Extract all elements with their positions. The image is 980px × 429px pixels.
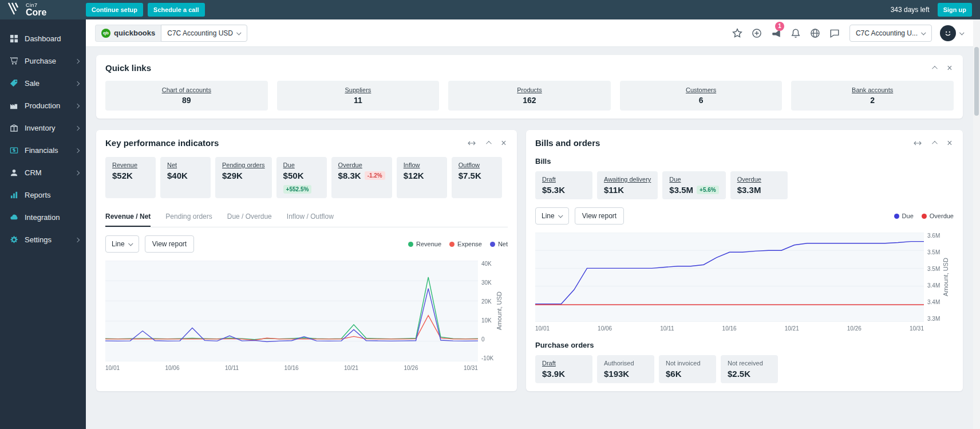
kpi-chart-plot[interactable] [105, 261, 478, 361]
kpi-view-report-button[interactable]: View report [145, 235, 194, 253]
chevron-down-icon[interactable] [959, 30, 964, 35]
company-select-value: C7C Accounting USD [167, 29, 233, 37]
kpi-tile-revenue[interactable]: Revenue $52K [105, 157, 156, 198]
collapse-icon[interactable] [930, 64, 938, 72]
sidebar-item-sale[interactable]: Sale [0, 72, 86, 95]
sidebar-item-settings[interactable]: Settings [0, 229, 86, 251]
change-badge: -1.2% [365, 171, 385, 180]
notification-badge: 1 [775, 22, 784, 31]
kpi-tile-overdue[interactable]: Overdue $8.3K -1.2% [331, 157, 392, 198]
due-legend-dot [894, 214, 899, 219]
chevron-down-icon [128, 241, 133, 246]
bills-orders-title: Bills and orders [535, 138, 914, 148]
tab-inflow-outflow[interactable]: Inflow / Outflow [287, 207, 334, 227]
dashboard-main: Quick links × Chart of accounts 89 Suppl… [86, 47, 973, 429]
company-select[interactable]: C7C Accounting USD [161, 25, 247, 42]
kpi-tile-net[interactable]: Net $40K [160, 157, 211, 198]
bills-chart-ylabel: Amount, USD [942, 258, 949, 296]
resize-icon[interactable] [914, 139, 922, 147]
cin7-core-logo[interactable]: Cin7 Core [0, 0, 86, 19]
box-icon [9, 123, 19, 133]
kpi-tile-pending-orders[interactable]: Pending orders $29K [215, 157, 272, 198]
star-icon[interactable] [732, 27, 743, 39]
kpi-card: Key performance indicators × Revenue $52… [96, 130, 517, 391]
kpi-chart-type-select[interactable]: Line [105, 235, 139, 253]
bills-chart-type-select[interactable]: Line [535, 207, 569, 225]
chevron-down-icon [236, 30, 241, 35]
bills-tile-draft[interactable]: Draft $5.3K [535, 171, 592, 199]
kpi-chart-xaxis: 10/0110/0610/1110/1610/2110/2610/31 [105, 365, 508, 371]
quick-link-customers[interactable]: Customers 6 [620, 81, 783, 111]
tab-revenue-net[interactable]: Revenue / Net [105, 207, 151, 227]
po-tile-authorised[interactable]: Authorised $193K [597, 355, 654, 383]
quick-link-chart-of-accounts[interactable]: Chart of accounts 89 [105, 81, 268, 111]
sign-up-button[interactable]: Sign up [938, 3, 972, 17]
bills-chart-yaxis: 3.6M3.5M3.5M3.4M3.4M3.3M [924, 233, 942, 322]
collapse-icon[interactable] [484, 139, 492, 147]
po-tile-draft[interactable]: Draft $3.9K [535, 355, 592, 383]
scrollbar-thumb[interactable] [974, 47, 979, 116]
close-icon[interactable]: × [500, 139, 508, 147]
sidebar-item-dashboard[interactable]: Dashboard [0, 27, 86, 50]
expense-legend-dot [449, 242, 455, 247]
globe-icon[interactable] [809, 27, 821, 39]
add-icon[interactable] [751, 27, 762, 39]
kpi-legend: Revenue Expense Net [408, 241, 508, 247]
schedule-call-button[interactable]: Schedule a call [148, 3, 204, 17]
sidebar-item-label: Production [25, 101, 70, 110]
sidebar-item-crm[interactable]: CRM [0, 162, 86, 184]
gear-icon [9, 235, 19, 245]
kpi-chart: 40K30K20K10K0-10K Amount, USD 10/0110/06… [105, 261, 508, 371]
sidebar-item-inventory[interactable]: Inventory [0, 117, 86, 139]
dashboard-icon [9, 34, 19, 44]
alerts-icon[interactable]: 1 [770, 27, 782, 39]
sidebar-item-production[interactable]: Production [0, 95, 86, 117]
user-avatar[interactable] [940, 25, 956, 41]
bills-heading: Bills [535, 157, 954, 166]
change-badge: +5.6% [697, 186, 719, 194]
sidebar-item-label: Sale [25, 79, 70, 88]
sidebar-item-label: CRM [25, 168, 70, 177]
sidebar-item-label: Reports [25, 191, 79, 199]
kpi-tile-due[interactable]: Due $50K +552.5% [276, 157, 327, 198]
quick-link-bank-accounts[interactable]: Bank accounts 2 [791, 81, 954, 111]
chevron-right-icon [75, 58, 80, 63]
sidebar-item-financials[interactable]: Financials [0, 139, 86, 162]
kpi-tile-inflow[interactable]: Inflow $12K [397, 157, 447, 198]
sidebar-item-purchase[interactable]: Purchase [0, 50, 86, 72]
tag-icon [9, 78, 19, 88]
trial-days-left: 343 days left [891, 6, 930, 14]
account-select[interactable]: C7C Accounting U... [849, 25, 932, 42]
bar-chart-icon [9, 190, 19, 200]
bills-view-report-button[interactable]: View report [575, 207, 624, 225]
po-tile-not-received[interactable]: Not received $2.5K [721, 355, 778, 383]
collapse-icon[interactable] [930, 139, 938, 147]
bills-tile-due[interactable]: Due $3.5M +5.6% [662, 171, 725, 199]
factory-icon [9, 101, 19, 111]
continue-setup-button[interactable]: Continue setup [86, 3, 143, 17]
page-header: qb quickbooks C7C Accounting USD 1 C7C A… [86, 19, 973, 47]
resize-icon[interactable] [468, 139, 476, 147]
close-icon[interactable]: × [946, 139, 954, 147]
page-scrollbar[interactable] [973, 19, 980, 429]
sidebar-item-integration[interactable]: Integration [0, 206, 86, 229]
tab-pending-orders[interactable]: Pending orders [165, 207, 212, 227]
bell-icon[interactable] [790, 27, 801, 39]
bills-tile-overdue[interactable]: Overdue $3.3M [730, 171, 788, 199]
quick-link-products[interactable]: Products 162 [448, 81, 611, 111]
bills-chart-plot[interactable] [535, 233, 924, 322]
feedback-icon[interactable] [829, 27, 840, 39]
bills-tile-awaiting-delivery[interactable]: Awaiting delivery $11K [597, 171, 658, 199]
chevron-down-icon [558, 213, 563, 218]
kpi-tile-outflow[interactable]: Outflow $7.5K [452, 157, 502, 198]
chevron-right-icon [75, 81, 80, 85]
close-icon[interactable]: × [946, 64, 954, 72]
sidebar-item-label: Settings [25, 235, 70, 244]
change-badge: +552.5% [283, 185, 312, 194]
po-tile-not-invoiced[interactable]: Not invoiced $6K [659, 355, 716, 383]
sidebar-item-reports[interactable]: Reports [0, 184, 86, 206]
quick-link-suppliers[interactable]: Suppliers 11 [277, 81, 440, 111]
purchase-order-tiles: Draft $3.9K Authorised $193K Not invoice… [535, 355, 954, 383]
tab-due-overdue[interactable]: Due / Overdue [227, 207, 272, 227]
purchase-orders-heading: Purchase orders [535, 341, 954, 349]
